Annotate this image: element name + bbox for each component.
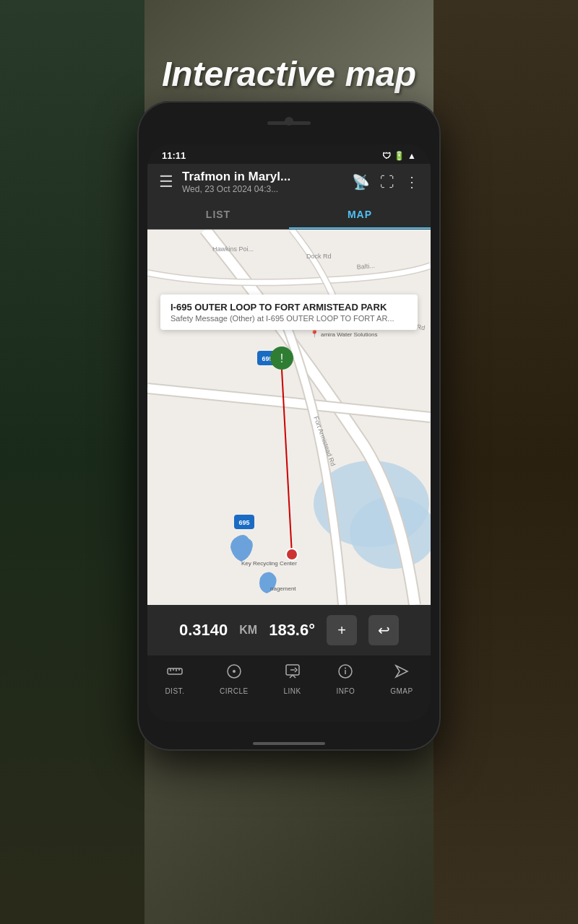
map-svg: 695 695 ! Balti... Hawkins Poi... Do: [147, 230, 431, 605]
circle-button[interactable]: CIRCLE: [220, 663, 249, 695]
plus-button[interactable]: +: [327, 615, 357, 645]
shield-icon: 🛡: [382, 151, 391, 161]
app-title: Trafmon in Maryl...: [182, 170, 343, 184]
home-indicator: [253, 742, 325, 745]
rss-button[interactable]: 📡: [352, 173, 370, 191]
status-time: 11:11: [162, 150, 186, 161]
app-header: ☰ Trafmon in Maryl... Wed, 23 Oct 2024 0…: [147, 164, 431, 201]
tab-map[interactable]: MAP: [289, 201, 431, 229]
svg-text:695: 695: [238, 519, 249, 526]
hamburger-menu-button[interactable]: ☰: [159, 173, 173, 191]
signal-icon: ▲: [407, 151, 416, 161]
more-button[interactable]: ⋮: [405, 173, 419, 191]
svg-text:Key Recycling Center: Key Recycling Center: [241, 560, 297, 567]
status-icons: 🛡 🔋 ▲: [382, 151, 416, 161]
action-bar: DIST. CIRCLE: [147, 655, 431, 705]
popup-title: I-695 OUTER LOOP TO FORT ARMISTEAD PARK: [171, 302, 407, 313]
angle-value: 183.6°: [269, 621, 315, 640]
battery-icon: 🔋: [394, 151, 405, 161]
info-bar: 0.3140 KM 183.6° + ↩: [147, 605, 431, 655]
svg-marker-31: [396, 666, 407, 677]
gmap-button[interactable]: GMAP: [390, 663, 413, 695]
link-icon: [284, 663, 301, 684]
phone-frame: 11:11 🛡 🔋 ▲ ☰ Trafmon in Maryl... Wed, 2…: [137, 101, 441, 751]
link-button[interactable]: LINK: [284, 663, 301, 695]
svg-text:nagement: nagement: [270, 585, 296, 592]
dist-icon: [166, 663, 184, 684]
info-icon: [337, 663, 354, 684]
gmap-icon: [393, 663, 410, 684]
bg-left-panel: [0, 0, 144, 924]
bg-right-panel: [434, 0, 578, 924]
header-actions: 📡 ⛶ ⋮: [352, 173, 419, 191]
svg-text:!: !: [280, 352, 283, 365]
info-label: INFO: [337, 687, 355, 695]
map-popup: I-695 OUTER LOOP TO FORT ARMISTEAD PARK …: [160, 295, 418, 330]
popup-subtitle: Safety Message (Other) at I-695 OUTER LO…: [171, 314, 407, 323]
tab-list[interactable]: LIST: [147, 201, 289, 229]
tab-bar: LIST MAP: [147, 201, 431, 230]
circle-icon: [225, 663, 243, 684]
link-label: LINK: [284, 687, 301, 695]
svg-text:amira Water Solutions: amira Water Solutions: [321, 331, 377, 338]
unit-label: KM: [239, 624, 257, 637]
dist-button[interactable]: DIST.: [165, 663, 184, 695]
status-bar: 11:11 🛡 🔋 ▲: [147, 144, 431, 164]
distance-value: 0.3140: [179, 621, 228, 640]
dist-label: DIST.: [165, 687, 184, 695]
svg-point-10: [286, 549, 298, 560]
svg-rect-20: [168, 668, 182, 674]
svg-point-26: [233, 670, 236, 673]
svg-point-30: [345, 668, 346, 669]
header-title-block: Trafmon in Maryl... Wed, 23 Oct 2024 04:…: [182, 170, 343, 194]
phone-speaker: [267, 121, 311, 125]
undo-button[interactable]: ↩: [368, 615, 399, 645]
phone-screen: 11:11 🛡 🔋 ▲ ☰ Trafmon in Maryl... Wed, 2…: [147, 144, 431, 722]
svg-text:📍: 📍: [310, 329, 319, 339]
gmap-label: GMAP: [390, 687, 413, 695]
app-subtitle: Wed, 23 Oct 2024 04:3...: [182, 184, 343, 194]
info-button[interactable]: INFO: [337, 663, 355, 695]
svg-text:Hawkins Poi...: Hawkins Poi...: [212, 245, 254, 253]
circle-label: CIRCLE: [220, 687, 249, 695]
fullscreen-button[interactable]: ⛶: [380, 174, 394, 191]
svg-text:Dock Rd: Dock Rd: [306, 253, 332, 260]
page-title: Interactive map: [0, 54, 578, 94]
map-container[interactable]: 695 695 ! Balti... Hawkins Poi... Do: [147, 230, 431, 605]
